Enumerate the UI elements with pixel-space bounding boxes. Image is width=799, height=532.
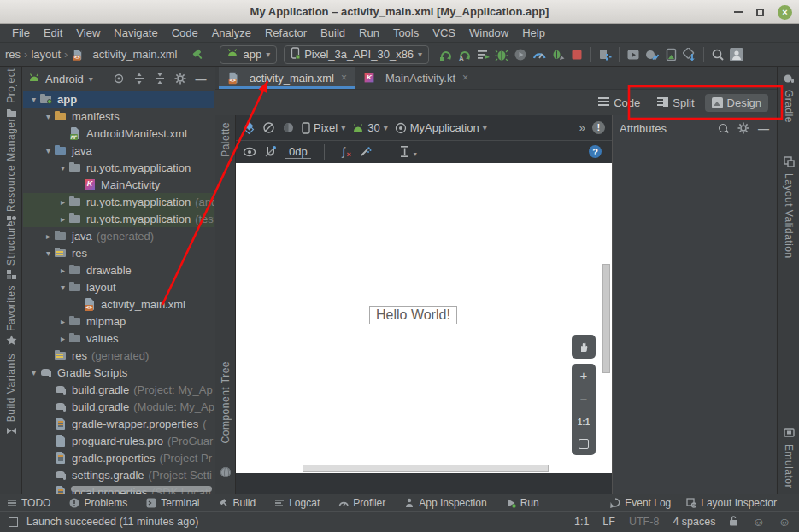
menu-navigate[interactable]: Navigate bbox=[107, 26, 164, 39]
tree-chevron-down-icon[interactable]: ▾ bbox=[43, 146, 54, 155]
help-icon[interactable]: ? bbox=[589, 145, 602, 158]
mode-button-code[interactable]: Code bbox=[591, 94, 647, 112]
settings-gear-icon[interactable] bbox=[173, 71, 188, 86]
tree-item-proguard-rules-pro[interactable]: proguard-rules.pro(ProGuar bbox=[23, 432, 214, 449]
tree-chevron-down-icon[interactable]: ▾ bbox=[28, 368, 39, 377]
tree-chevron-down-icon[interactable]: ▾ bbox=[57, 163, 68, 172]
feedback-smiley-icon[interactable]: ☺ bbox=[752, 515, 764, 529]
tree-chevron-right-icon[interactable]: ▸ bbox=[57, 197, 68, 207]
attach-debugger-icon[interactable] bbox=[549, 45, 567, 64]
project-view-selector[interactable]: Android bbox=[45, 73, 84, 85]
search-icon[interactable] bbox=[708, 45, 727, 64]
default-margin-picker[interactable]: 0dp bbox=[285, 145, 311, 159]
tree-item-res[interactable]: res(generated) bbox=[23, 347, 214, 364]
tree-item-build-gradle[interactable]: build.gradle(Module: My_Ap bbox=[23, 398, 214, 415]
tool-window-button-run[interactable]: Run bbox=[506, 497, 539, 509]
sidebar-item-gradle[interactable]: Gradle bbox=[778, 73, 799, 123]
breadcrumb-item[interactable]: activity_main.xml bbox=[92, 48, 177, 61]
clear-constraints-icon[interactable]: ∫× bbox=[338, 145, 350, 158]
menu-edit[interactable]: Edit bbox=[37, 26, 69, 39]
view-options-eye-icon[interactable] bbox=[243, 145, 256, 158]
make-project-hammer-icon[interactable] bbox=[189, 45, 208, 64]
settings-gear-icon[interactable] bbox=[736, 120, 751, 136]
palette-tab[interactable]: Palette bbox=[220, 122, 232, 157]
tree-item-androidmanifest-xml[interactable]: MFAndroidManifest.xml bbox=[23, 125, 214, 142]
tree-item-gradle-scripts[interactable]: ▾Gradle Scripts bbox=[23, 364, 214, 381]
api-picker[interactable]: 30 ▾ bbox=[352, 121, 388, 134]
sidebar-item-emulator[interactable]: Emulator bbox=[778, 427, 799, 488]
profile-icon[interactable] bbox=[511, 45, 530, 64]
menu-vcs[interactable]: VCS bbox=[426, 26, 462, 39]
hide-panel-icon[interactable]: — bbox=[193, 71, 209, 86]
locate-file-icon[interactable] bbox=[111, 71, 126, 86]
tree-item-gradle-properties[interactable]: gradle.properties(Project Pr bbox=[23, 449, 214, 466]
tool-window-button-todo[interactable]: TODO bbox=[7, 497, 50, 509]
caret-position[interactable]: 1:1 bbox=[574, 516, 589, 528]
menu-build[interactable]: Build bbox=[314, 26, 352, 39]
tree-item-build-gradle[interactable]: build.gradle(Project: My_Ap bbox=[23, 381, 214, 398]
hello-world-textview[interactable]: Hello World! bbox=[369, 306, 457, 324]
tool-window-button-terminal[interactable]: Terminal bbox=[146, 497, 199, 509]
editor-tab-mainactivity-kt[interactable]: KMainActivity.kt× bbox=[355, 67, 476, 89]
tree-item-drawable[interactable]: ▸drawable bbox=[23, 261, 214, 278]
tab-close-icon[interactable]: × bbox=[341, 72, 347, 84]
tree-item-ru-yotc-myapplication[interactable]: ▸ru.yotc.myapplication(androidTest) bbox=[23, 193, 214, 210]
design-surface-layers-icon[interactable] bbox=[243, 121, 256, 134]
device-manager-icon[interactable] bbox=[596, 45, 614, 64]
tree-chevron-right-icon[interactable]: ▸ bbox=[57, 214, 68, 224]
tree-item-app[interactable]: ▾app bbox=[23, 91, 214, 108]
menu-file[interactable]: File bbox=[5, 26, 37, 39]
tree-item-mipmap[interactable]: ▸mipmap bbox=[23, 313, 214, 330]
night-mode-icon[interactable] bbox=[282, 121, 295, 134]
stop-icon[interactable] bbox=[567, 45, 586, 64]
tree-item-gradle-wrapper-properties[interactable]: gradle-wrapper.properties( bbox=[23, 415, 214, 432]
minimize-button[interactable] bbox=[734, 11, 743, 13]
tree-item-activity-main-xml[interactable]: <>activity_main.xml bbox=[23, 295, 214, 313]
tool-window-button-problems[interactable]: Problems bbox=[69, 497, 127, 509]
device-dropdown[interactable]: Pixel_3a_API_30_x86 ▾ bbox=[284, 45, 429, 64]
close-button[interactable]: × bbox=[778, 5, 792, 20]
canvas-horizontal-scrollbar[interactable] bbox=[303, 465, 549, 472]
tool-window-button-layout-inspector[interactable]: Layout Inspector bbox=[686, 497, 777, 509]
editor-tab-activity-main-xml[interactable]: <>activity_main.xml× bbox=[219, 67, 355, 89]
sidebar-item-build-variants[interactable]: Build Variants bbox=[0, 354, 22, 439]
tool-window-toggle-icon[interactable] bbox=[9, 517, 18, 527]
sidebar-item-layout-validation[interactable]: Layout Validation bbox=[778, 156, 799, 259]
menu-refactor[interactable]: Refactor bbox=[258, 26, 314, 39]
tree-item-layout[interactable]: ▾layout bbox=[23, 278, 214, 295]
run-icon[interactable] bbox=[436, 45, 455, 64]
theme-picker[interactable]: MyApplication ▾ bbox=[395, 121, 487, 134]
mode-button-design[interactable]: Design bbox=[705, 94, 768, 112]
tool-window-button-profiler[interactable]: Profiler bbox=[338, 497, 385, 509]
orientation-icon[interactable] bbox=[262, 121, 275, 134]
tree-item-java[interactable]: ▸java(generated) bbox=[23, 227, 214, 244]
sidebar-item-resource-manager[interactable]: Resource Manager bbox=[0, 118, 22, 229]
file-encoding[interactable]: UTF-8 bbox=[629, 516, 659, 528]
tree-item-manifests[interactable]: ▾manifests bbox=[23, 108, 214, 125]
tool-window-button-logcat[interactable]: Logcat bbox=[274, 497, 320, 509]
hide-panel-icon[interactable]: — bbox=[758, 122, 769, 135]
debug-icon[interactable] bbox=[492, 45, 511, 64]
layout-canvas[interactable]: Hello World! + − 1:1 bbox=[236, 163, 612, 473]
autoconnect-magnet-icon[interactable] bbox=[264, 145, 277, 158]
pan-hand-button[interactable] bbox=[572, 335, 596, 359]
tree-chevron-right-icon[interactable]: ▸ bbox=[43, 231, 54, 241]
menu-window[interactable]: Window bbox=[462, 26, 515, 39]
sdk-manager-icon[interactable] bbox=[680, 45, 699, 64]
collapse-all-icon[interactable] bbox=[152, 71, 167, 86]
menu-help[interactable]: Help bbox=[515, 26, 552, 39]
pack-align-icon[interactable]: ▾ bbox=[398, 145, 411, 158]
sidebar-item-favorites[interactable]: Favorites bbox=[0, 285, 22, 348]
lock-icon[interactable] bbox=[729, 515, 738, 529]
issues-warning-icon[interactable]: ! bbox=[592, 121, 605, 134]
run-config-dropdown[interactable]: app ▾ bbox=[220, 45, 277, 64]
tree-chevron-down-icon[interactable]: ▾ bbox=[57, 283, 68, 292]
profiler-icon[interactable] bbox=[530, 45, 549, 64]
tree-chevron-down-icon[interactable]: ▾ bbox=[43, 112, 54, 121]
tree-item-ru-yotc-myapplication[interactable]: ▾ru.yotc.myapplication bbox=[23, 159, 214, 176]
canvas-vertical-scrollbar[interactable] bbox=[602, 264, 610, 373]
tree-chevron-right-icon[interactable]: ▸ bbox=[57, 266, 68, 275]
device-file-explorer-icon[interactable] bbox=[661, 45, 680, 64]
menu-run[interactable]: Run bbox=[352, 26, 386, 39]
tree-item-ru-yotc-myapplication[interactable]: ▸ru.yotc.myapplication(test) bbox=[23, 210, 214, 227]
